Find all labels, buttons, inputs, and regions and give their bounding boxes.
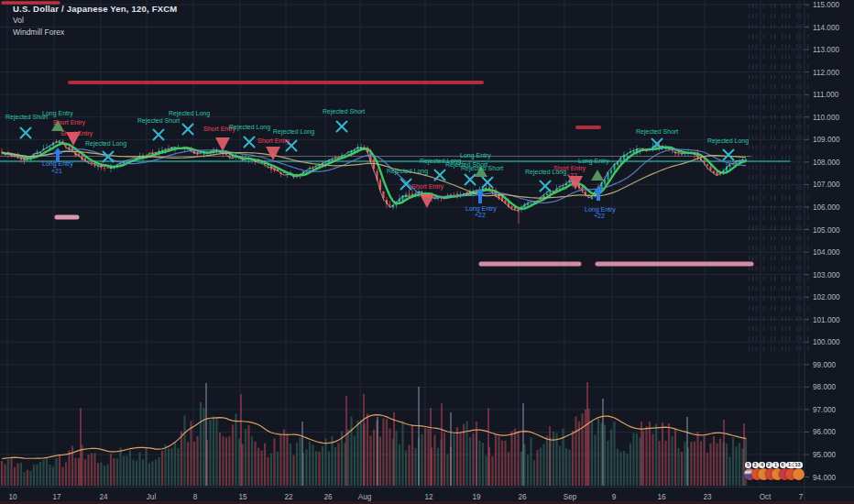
sticker-number: 5 xyxy=(745,462,751,468)
time-axis-label: Sep xyxy=(564,493,577,501)
signal-label: Rejected Short xyxy=(323,108,365,115)
svg-text:||| | || ||| || |: ||| | || ||| || | xyxy=(748,124,810,130)
short-entry-triangle[interactable] xyxy=(215,137,230,151)
short-entry-triangle[interactable] xyxy=(266,147,280,160)
price-axis-label: 103.000 xyxy=(813,271,840,279)
time-axis-label: 26 xyxy=(323,493,333,501)
svg-text:||| | || ||| || |: ||| | || ||| || | xyxy=(748,194,810,201)
signal-label: Rejected Short xyxy=(636,128,678,136)
svg-text:||| | || ||| || |: ||| | || ||| || | xyxy=(748,305,810,312)
sticker-number: 4 xyxy=(759,462,765,468)
time-axis-label: 16 xyxy=(657,493,666,501)
svg-text:||| | || ||| || |: ||| | || ||| || | xyxy=(748,23,810,29)
time-axis-label: 8 xyxy=(193,493,198,501)
pattern-columns: ||| | || ||| || |||| | || ||| || |||| | … xyxy=(748,3,810,352)
svg-text:||| | || ||| || |: ||| | || ||| || | xyxy=(748,134,810,140)
signal-label: Short Entry xyxy=(553,165,586,172)
rejected-x-marker[interactable] xyxy=(435,170,445,181)
chart-canvas[interactable]: ||| | || ||| || |||| | || ||| || |||| | … xyxy=(0,0,854,504)
sticker-number: 1 xyxy=(772,462,779,468)
svg-text:||| | || ||| || |: ||| | || ||| || | xyxy=(748,184,810,191)
chart-legend: U.S. Dollar / Japanese Yen, 120, FXCM Vo… xyxy=(13,3,177,38)
time-axis-label: Oct xyxy=(760,493,772,501)
svg-text:||| | || ||| || |: ||| | || ||| || | xyxy=(748,285,810,291)
time-axis-label: 12 xyxy=(424,493,433,501)
rejected-x-marker[interactable] xyxy=(245,137,255,148)
indicator-vol-label[interactable]: Vol xyxy=(13,15,177,27)
signal-label: Short Entry xyxy=(60,130,93,137)
svg-text:||| | || ||| || |: ||| | || ||| || | xyxy=(748,144,810,150)
rejected-x-marker[interactable] xyxy=(465,175,476,185)
grid xyxy=(0,0,805,487)
svg-text:||| | || ||| || |: ||| | || ||| || | xyxy=(748,275,810,281)
svg-text:||| | || ||| || |: ||| | || ||| || | xyxy=(748,225,810,231)
signal-label: Rejected Long xyxy=(707,137,749,145)
time-axis-label: 15 xyxy=(238,493,247,501)
sticker-number: 3 xyxy=(752,462,759,468)
rejected-x-marker[interactable] xyxy=(154,130,164,140)
rejected-x-marker[interactable] xyxy=(21,128,31,138)
rejected-x-marker[interactable] xyxy=(724,150,734,160)
price-axis-label: 109.000 xyxy=(813,136,840,144)
price-axis-label: 101.000 xyxy=(813,316,840,324)
rejected-x-marker[interactable] xyxy=(483,178,493,188)
time-axis-label: 24 xyxy=(99,493,108,501)
rejected-x-marker[interactable] xyxy=(183,125,193,135)
svg-text:||| | || ||| || |: ||| | || ||| || | xyxy=(748,235,810,241)
svg-text:||| | || ||| || |: ||| | || ||| || | xyxy=(748,53,810,60)
price-axis-label: 94.000 xyxy=(813,474,836,482)
svg-text:||| | || ||| || |: ||| | || ||| || | xyxy=(748,114,810,120)
time-axis-label: 9 xyxy=(612,493,617,501)
rejected-x-marker[interactable] xyxy=(652,139,662,149)
price-axis-label: 104.000 xyxy=(813,248,840,257)
svg-text:||| | || ||| || |: ||| | || ||| || | xyxy=(748,73,810,80)
rejected-x-marker[interactable] xyxy=(541,181,551,192)
time-axis-label: Aug xyxy=(358,493,372,501)
sticker-ball xyxy=(793,468,805,480)
svg-text:||| | || ||| || |: ||| | || ||| || | xyxy=(748,295,810,301)
symbol-title[interactable]: U.S. Dollar / Japanese Yen, 120, FXCM xyxy=(13,3,177,15)
signal-label: +22 xyxy=(475,212,486,218)
price-axis-label: 113.000 xyxy=(813,46,839,54)
signal-label: Rejected Short xyxy=(137,117,180,125)
sticker-badge: 5342161:3213 xyxy=(744,461,810,483)
signal-label: Short Entry xyxy=(257,137,290,145)
sticker-number: 6 xyxy=(780,462,786,468)
chart-window: U.S. Dollar / Japanese Yen, 120, FXCM Vo… xyxy=(0,0,854,504)
svg-text:||| | || ||| || |: ||| | || ||| || | xyxy=(748,104,810,110)
time-axis-label: Jul xyxy=(147,493,157,501)
signal-label: Long Entry xyxy=(42,110,73,117)
time-axis-label: 7 xyxy=(799,493,804,501)
price-axis-label: 112.000 xyxy=(813,69,839,77)
indicator-windmill-label[interactable]: Windmill Forex xyxy=(13,27,177,38)
price-axis-label: 115.000 xyxy=(813,1,839,9)
time-axis-label: 22 xyxy=(284,493,293,501)
price-axis-label: 111.000 xyxy=(813,91,839,99)
svg-text:||| | || ||| || |: ||| | || ||| || | xyxy=(748,265,810,271)
signal-label: Short Entry xyxy=(53,119,86,126)
svg-text:||| | || ||| || |: ||| | || ||| || | xyxy=(748,13,810,19)
price-axis-label: 105.000 xyxy=(813,226,840,235)
signal-label: +21 xyxy=(51,168,62,174)
svg-text:||| | || ||| || |: ||| | || ||| || | xyxy=(748,83,810,90)
short-entry-triangle[interactable] xyxy=(420,194,434,208)
svg-text:||| | || ||| || |: ||| | || ||| || | xyxy=(748,245,810,251)
svg-text:||| | || ||| || |: ||| | || ||| || | xyxy=(748,335,810,342)
time-axis[interactable]: 101724Jul8152226Aug121926Sep91623Oct7 xyxy=(8,493,803,501)
svg-text:||| | || ||| || |: ||| | || ||| || | xyxy=(748,43,810,49)
long-entry-triangle[interactable] xyxy=(591,170,604,181)
price-axis-label: 96.000 xyxy=(813,428,836,436)
price-axis-label: 107.000 xyxy=(813,181,840,189)
sticker-number: 13 xyxy=(794,462,803,468)
svg-text:||| | || ||| || |: ||| | || ||| || | xyxy=(748,325,810,332)
signal-label: Long Entry xyxy=(578,158,609,165)
svg-text:||| | || ||| || |: ||| | || ||| || | xyxy=(748,345,810,352)
time-axis-label: 26 xyxy=(518,493,527,501)
svg-text:||| | || ||| || |: ||| | || ||| || | xyxy=(748,174,810,181)
signal-label: Long Entry xyxy=(460,152,491,159)
svg-text:||| | || ||| || |: ||| | || ||| || | xyxy=(748,204,810,211)
signal-label: Rejected Short xyxy=(461,165,503,172)
volume-pane xyxy=(1,382,747,486)
rejected-x-marker[interactable] xyxy=(337,122,347,132)
price-axis-label: 100.000 xyxy=(813,338,840,346)
